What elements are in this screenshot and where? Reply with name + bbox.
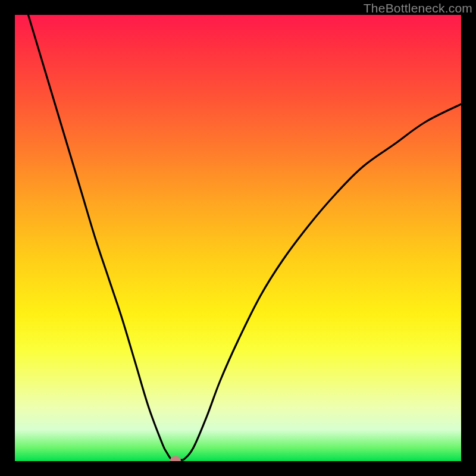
bottleneck-curve	[29, 15, 462, 460]
chart-frame: TheBottleneck.com	[0, 0, 476, 476]
optimum-marker	[170, 456, 181, 461]
watermark-text: TheBottleneck.com	[364, 1, 472, 15]
curve-layer	[15, 15, 461, 461]
plot-area	[15, 15, 461, 461]
